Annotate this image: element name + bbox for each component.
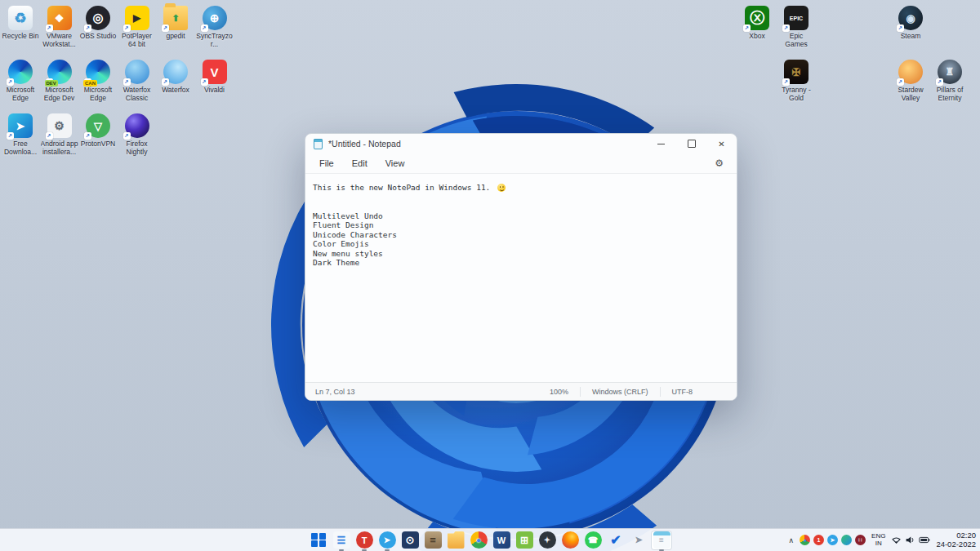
notepad-app-icon: [314, 139, 323, 149]
desktop-icon-vivaldi[interactable]: V↗Vivaldi: [196, 60, 234, 95]
desktop-icon-microsoft-edge-canary[interactable]: ↗CANMicrosoft Edge Canary: [79, 60, 117, 102]
tray-green-app-tray-icon[interactable]: [841, 535, 852, 545]
tray-chevron-icon[interactable]: ∧: [788, 536, 794, 544]
green-grid-app-glyph: ⊞: [516, 531, 533, 549]
vivaldi-glyph: V: [210, 65, 218, 79]
shortcut-arrow-icon: ↗: [46, 132, 53, 140]
menu-edit[interactable]: Edit: [343, 156, 376, 171]
taskbar-green-grid-app-icon[interactable]: ⊞: [514, 531, 535, 550]
desktop-icon-obs-studio[interactable]: ◎↗OBS Studio: [79, 6, 117, 41]
taskbar-ebook-app-icon[interactable]: ≡: [422, 531, 443, 550]
clock[interactable]: 02:20 24-02-2022: [936, 531, 976, 549]
desktop-icon-stardew-valley[interactable]: ↗Stardew Valley: [892, 60, 929, 102]
free-download-manager-glyph: ➤: [16, 120, 25, 132]
recycle-bin-glyph: ♻: [14, 10, 26, 27]
free-download-manager-icon: ➤↗: [8, 113, 33, 138]
text-line: [313, 202, 737, 211]
caret-position: Ln 7, Col 13: [315, 388, 355, 396]
text-line: Color Emojis: [313, 239, 737, 249]
desktop-icon-label: Vivaldi: [196, 87, 234, 95]
encoding[interactable]: UTF-8: [661, 388, 705, 396]
desktop-icon-protonvpn[interactable]: ▽↗ProtonVPN: [79, 113, 117, 149]
clock-date: 24-02-2022: [936, 540, 976, 549]
taskbar-firefox-icon[interactable]: [559, 531, 581, 550]
maximize-button[interactable]: [676, 134, 706, 153]
desktop-icon-tyranny-gold-edition[interactable]: ✠↗Tyranny - Gold Edition: [777, 60, 815, 102]
gpedit-icon: ⬆↗: [163, 6, 188, 30]
desktop-icon-vmware-workstation[interactable]: ❖↗VMware Workstat...: [41, 6, 78, 48]
menu-view[interactable]: View: [376, 156, 414, 171]
desktop-icon-recycle-bin[interactable]: ♻Recycle Bin: [2, 6, 39, 41]
taskbar-start-icon[interactable]: [308, 531, 329, 550]
desktop-icon-steam[interactable]: ◉↗Steam: [892, 6, 929, 41]
github-desktop-glyph: ✦: [539, 531, 556, 549]
tray-red-grid-tray-icon[interactable]: ∷: [855, 535, 866, 545]
steam-glyph: ◉: [906, 12, 915, 24]
notepad-text-area[interactable]: This is the new NotePad in Windows 11. M…: [305, 174, 737, 382]
smiley-emoji: [497, 184, 506, 192]
desktop-icon-label: Steam: [892, 33, 929, 41]
potplayer-glyph: ▶: [133, 12, 140, 24]
taskbar-github-desktop-icon[interactable]: ✦: [537, 531, 558, 550]
notepad-titlebar[interactable]: *Untitled - Notepad ✕: [305, 134, 737, 153]
ebook-app-glyph: ≡: [425, 531, 442, 549]
minimize-button[interactable]: [646, 134, 676, 153]
desktop-icon-xbox[interactable]: ⓧ↗Xbox: [738, 6, 776, 41]
taskbar-todo-check-icon[interactable]: ✔: [605, 531, 626, 550]
settings-gear-icon[interactable]: ⚙: [706, 158, 732, 169]
desktop-icon-label: ProtonVPN: [79, 140, 117, 149]
close-button[interactable]: ✕: [706, 134, 737, 153]
desktop-icon-label: Firefox Nightly: [118, 140, 156, 156]
file-explorer-glyph: [448, 531, 465, 549]
desktop-icon-firefox-nightly[interactable]: ↗Firefox Nightly: [118, 113, 156, 156]
waterfox-icon: ↗: [163, 60, 188, 84]
taskbar-list-app-icon[interactable]: ☰: [331, 531, 352, 550]
desktop-icon-label: Microsoft Edge Dev: [41, 87, 78, 102]
shortcut-arrow-icon: ↗: [46, 24, 53, 32]
desktop-icon-potplayer[interactable]: ▶↗PotPlayer 64 bit: [118, 6, 156, 48]
desktop-icon-epic-games-launcher[interactable]: EPIC↗Epic Games Launcher: [777, 6, 815, 48]
desktop-icon-android-app-installer[interactable]: ⚙↗Android app installera...: [41, 113, 78, 156]
text-line: New menu styles: [313, 249, 737, 259]
tray-red-badge-tray-icon[interactable]: 1: [813, 535, 824, 545]
tray-mini-icons: ●1➤∷: [800, 535, 866, 545]
pillars-of-eternity-glyph: ♜: [946, 66, 955, 78]
language-indicator[interactable]: ENG IN: [871, 533, 885, 547]
shortcut-arrow-icon: ↗: [123, 78, 131, 86]
desktop-icon-gpedit[interactable]: ⬆↗gpedit: [157, 6, 194, 41]
taskbar-word-icon[interactable]: W: [491, 531, 512, 550]
line-ending[interactable]: Windows (CRLF): [581, 388, 660, 396]
notepad-menubar: FileEditView⚙: [305, 153, 737, 174]
desktop-icon-free-download-manager[interactable]: ➤↗Free Downloa...: [2, 113, 39, 156]
quick-settings[interactable]: [891, 535, 930, 545]
wifi-icon: [891, 535, 902, 545]
desktop-icon-label: Waterfox: [157, 87, 194, 95]
taskbar-file-explorer-icon[interactable]: [445, 531, 466, 550]
tray-telegram-tray-icon[interactable]: ➤: [827, 535, 838, 545]
desktop-icon-microsoft-edge-dev[interactable]: ↗DEVMicrosoft Edge Dev: [41, 60, 78, 102]
desktop-icon-synctrayzor[interactable]: ⊕↗SyncTrayzor...: [196, 6, 234, 48]
epic-games-launcher-icon: EPIC↗: [784, 6, 808, 30]
menu-file[interactable]: File: [310, 156, 343, 171]
epic-games-launcher-glyph: EPIC: [790, 16, 803, 21]
taskbar-notepad-icon[interactable]: ≡: [651, 531, 672, 550]
taskbar-keepass-icon[interactable]: ⊙: [399, 531, 421, 550]
microsoft-edge-canary-channel-badge: CAN: [83, 80, 97, 87]
desktop-icon-microsoft-edge[interactable]: ↗Microsoft Edge: [2, 60, 39, 102]
taskbar-chrome-icon[interactable]: ●: [468, 531, 489, 550]
window-title: *Untitled - Notepad: [328, 139, 401, 149]
microsoft-edge-dev-channel-badge: DEV: [45, 80, 58, 87]
tray-chrome-tray-icon[interactable]: ●: [800, 535, 810, 545]
chrome-glyph: ●: [470, 531, 488, 549]
taskbar-red-circle-app-icon[interactable]: T: [354, 531, 375, 550]
shortcut-arrow-icon: ↗: [84, 24, 91, 32]
taskbar-shortcut-pin-icon[interactable]: ➤: [628, 531, 649, 550]
microsoft-edge-dev-icon: ↗DEV: [47, 60, 72, 84]
desktop-icon-pillars-of-eternity[interactable]: ♜↗Pillars of Eternity: [931, 60, 969, 102]
taskbar-telegram-icon[interactable]: ➤: [376, 531, 398, 550]
desktop-icon-waterfox-classic[interactable]: ↗Waterfox Classic: [118, 60, 156, 102]
taskbar-whatsapp-icon[interactable]: ☎: [582, 531, 604, 550]
zoom-level[interactable]: 100%: [538, 388, 580, 396]
desktop-icon-waterfox[interactable]: ↗Waterfox: [157, 60, 194, 95]
gpedit-glyph: ⬆: [172, 13, 179, 24]
